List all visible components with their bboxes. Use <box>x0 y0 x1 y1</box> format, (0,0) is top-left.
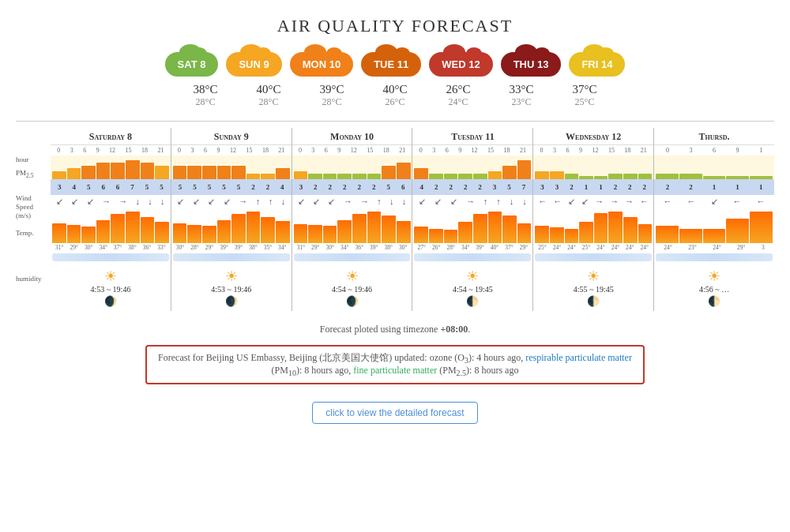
day-btn-4[interactable]: WED 12 <box>429 52 492 77</box>
day-temp-4: 26°C24°C <box>431 83 486 108</box>
day-temp-6: 37°C25°C <box>557 83 612 108</box>
moon-4: 🌓 <box>533 295 653 311</box>
humidity-label: humidity <box>16 275 51 286</box>
day-btn-2[interactable]: MON 10 <box>290 52 353 77</box>
day-btn-0[interactable]: SAT 8 <box>165 52 219 77</box>
forecast-day-5: Thursd.0369122111←←↙←←24°23°24°29°3☀4:56… <box>654 128 774 311</box>
station-line2: (PM10): 8 hours ago, fine particulate ma… <box>158 365 632 377</box>
day-header-5: Thursd. <box>654 128 774 145</box>
sunrise-0: ☀4:53 ~ 19:46 <box>51 263 171 295</box>
forecast-day-0: Saturday 803691215182134566755↙↙↙→→↓↓↓31… <box>51 128 171 311</box>
pm25-sub: 2.5 <box>457 369 467 378</box>
station-info-box: Forecast for Beijing US Embassy, Beijing… <box>145 345 645 384</box>
ozone-text: ozone (O <box>430 352 465 363</box>
page-title: Air Quality Forecast <box>16 16 774 36</box>
pm10-sub-text: (PM <box>272 365 288 376</box>
sunrise-3: ☀4:54 ~ 19:45 <box>412 263 532 295</box>
day-btn-6[interactable]: FRI 14 <box>569 52 625 77</box>
day-temp-5: 33°C23°C <box>494 83 549 108</box>
detail-forecast-button[interactable]: click to view the detailed forecast <box>312 402 477 424</box>
temp-label: Temp. <box>16 227 51 275</box>
forecast-day-3: Tuesday 1103691215182142222357↙↙↙→↑↑↓↓27… <box>412 128 533 311</box>
sunrise-1: ☀4:53 ~ 19:46 <box>171 263 292 295</box>
forecast-day-4: Wednesday 1203691215182133211222←←↙↙→→→←… <box>533 128 654 311</box>
pm10-time: ): 8 hours ago, <box>296 365 353 376</box>
day-temp-0: 38°C28°C <box>178 83 233 108</box>
day-buttons-row: SAT 8SUN 9MON 10TUE 11WED 12THU 13FRI 14 <box>16 52 774 77</box>
day-temp-3: 40°C26°C <box>367 83 423 108</box>
day-btn-1[interactable]: SUN 9 <box>226 52 281 77</box>
day-header-3: Tuesday 11 <box>412 128 532 145</box>
day-header-0: Saturday 8 <box>51 128 171 145</box>
hour-label: hour <box>16 152 51 167</box>
day-header-1: Sunday 9 <box>171 128 292 145</box>
moon-5: 🌓 <box>654 295 774 311</box>
day-header-2: Monday 10 <box>292 128 412 145</box>
timezone-info: Forecast ploted using timezone +08:00. <box>16 324 774 335</box>
station-text: Forecast for Beijing US Embassy, Beijing… <box>158 352 392 363</box>
station-line1: Forecast for Beijing US Embassy, Beijing… <box>158 351 632 365</box>
day-temp-2: 39°C28°C <box>304 83 359 108</box>
pm10-sub: 10 <box>288 369 296 378</box>
day-btn-3[interactable]: TUE 11 <box>361 52 421 77</box>
pm25-time: ): 8 hours ago <box>466 365 518 376</box>
day-temp-1: 40°C28°C <box>241 83 296 108</box>
moon-0: 🌒 <box>51 295 171 311</box>
pm25-sub-text: (PM <box>437 365 456 376</box>
updated-text: updated: <box>392 352 429 363</box>
pm25-link[interactable]: fine particulate matter <box>353 365 437 376</box>
sunrise-2: ☀4:54 ~ 19:46 <box>292 263 412 295</box>
timezone-text: Forecast ploted using timezone <box>320 324 441 335</box>
footer: Forecast ploted using timezone +08:00. F… <box>16 324 774 424</box>
day-btn-5[interactable]: THU 13 <box>501 52 562 77</box>
wind-label: WindSpeed(m/s) <box>16 193 51 210</box>
sunrise-5: ☀4:56 ~ … <box>654 263 774 295</box>
moon-1: 🌒 <box>171 295 292 311</box>
days-columns: Saturday 803691215182134566755↙↙↙→→↓↓↓31… <box>51 128 774 311</box>
forecast-day-1: Sunday 903691215182155555224↙↙↙↙→↑↑↓30°2… <box>171 128 292 311</box>
forecast-day-2: Monday 1003691215182132222256↙↙↙→→↑↓↓31°… <box>292 128 413 311</box>
sunrise-4: ☀4:55 ~ 19:45 <box>533 263 653 295</box>
day-temps-row: 38°C28°C40°C28°C39°C28°C40°C26°C26°C24°C… <box>16 83 774 108</box>
row-labels: hour PM2.5 WindSpeed(m/s) Temp. humidity <box>16 128 51 311</box>
moon-2: 🌒 <box>292 295 412 311</box>
ozone-time: ): 4 hours ago, <box>468 352 525 363</box>
timezone-val: +08:00 <box>440 324 468 335</box>
day-header-4: Wednesday 12 <box>533 128 653 145</box>
moon-3: 🌓 <box>412 295 532 311</box>
pm10-link[interactable]: respirable particulate matter <box>525 352 632 363</box>
pm25-label: PM2.5 <box>16 167 51 193</box>
